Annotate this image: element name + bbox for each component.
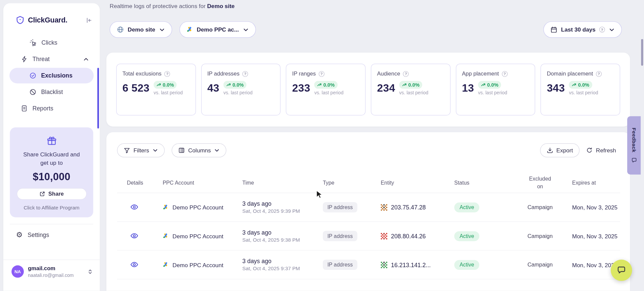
entity-identicon xyxy=(381,233,388,239)
avatar: NA xyxy=(11,265,24,278)
table-row: Demo PPC Account 3 days agoSat, Oct 4, 2… xyxy=(117,251,620,280)
sidebar-item-settings[interactable]: Settings xyxy=(3,227,100,243)
filters-button-label: Filters xyxy=(134,147,149,154)
filters-button[interactable]: Filters xyxy=(117,143,165,157)
stat-caption: vs. last period xyxy=(154,90,183,95)
table-row: 3 days ago xyxy=(117,279,620,291)
excluded-on-value: Campaign xyxy=(528,233,553,239)
trend-up-icon xyxy=(481,83,485,87)
chevron-down-icon xyxy=(243,27,249,33)
table-row: Demo PPC Account 3 days agoSat, Oct 4, 2… xyxy=(117,193,620,222)
stat-card-ip-addresses: IP addresses 43 0.0% vs. last period xyxy=(201,64,281,115)
eye-icon xyxy=(130,232,138,240)
stat-value: 43 xyxy=(207,83,219,93)
promo-amount: $10,000 xyxy=(16,171,88,183)
brand-name: ClickGuard. xyxy=(28,16,67,25)
app-window: ClickGuard. Clicks xyxy=(0,0,644,291)
cursor-click-icon xyxy=(30,39,37,46)
sidebar-item-clicks[interactable]: Clicks xyxy=(3,35,100,51)
columns-button[interactable]: Columns xyxy=(172,143,227,157)
stat-caption: vs. last period xyxy=(224,90,253,95)
status-badge: Active xyxy=(454,260,480,270)
shield-logo-icon xyxy=(16,16,25,25)
help-icon[interactable] xyxy=(502,71,507,77)
google-ads-icon xyxy=(163,262,169,268)
help-icon[interactable] xyxy=(242,71,248,77)
expires-at-value: Mon, Nov 3, 2025 xyxy=(565,204,620,211)
column-header-excluded-on: Excluded on xyxy=(527,176,554,190)
type-badge: IP address xyxy=(323,231,357,241)
stat-value: 6 523 xyxy=(122,83,150,93)
sidebar-item-label: Threat xyxy=(33,56,50,62)
google-ads-icon xyxy=(163,204,169,210)
type-badge: IP address xyxy=(323,259,357,270)
chat-bubble-icon xyxy=(616,265,626,275)
time-relative: 3 days ago xyxy=(242,258,323,265)
sidebar-nav: Clicks Threat Exclu xyxy=(3,35,100,117)
page-scrollbar-thumb[interactable] xyxy=(641,39,643,66)
date-range-selector[interactable]: Last 30 days xyxy=(543,21,622,38)
column-header-ppc-account: PPC Account xyxy=(163,180,242,186)
stat-value: 233 xyxy=(292,83,310,93)
download-icon xyxy=(546,147,553,154)
stat-value: 343 xyxy=(547,83,565,93)
gift-icon xyxy=(46,136,57,146)
column-header-type: Type xyxy=(323,180,381,186)
affiliate-program-link[interactable]: Click to Affiliate Program xyxy=(16,205,88,210)
view-details-button[interactable] xyxy=(130,259,139,269)
help-icon[interactable] xyxy=(403,71,409,77)
sidebar-item-exclusions[interactable]: Exclusions xyxy=(9,68,94,84)
ppc-account-name: Demo PPC Account xyxy=(172,204,223,211)
chevron-down-icon xyxy=(214,147,220,153)
export-button-label: Export xyxy=(556,147,573,154)
funnel-icon xyxy=(123,147,130,154)
trend-up-icon xyxy=(572,83,576,87)
entity-value: 203.75.47.28 xyxy=(391,204,426,211)
sidebar-scrollbar-thumb[interactable] xyxy=(97,68,99,129)
badge-check-icon xyxy=(29,72,37,79)
chat-launcher-button[interactable] xyxy=(611,259,632,281)
external-link-icon xyxy=(39,191,45,197)
trend-value: 0.0% xyxy=(408,82,419,88)
view-details-button[interactable] xyxy=(130,231,139,240)
sidebar-item-threat[interactable]: Threat xyxy=(3,51,100,67)
stat-label: App placement xyxy=(462,71,499,77)
ppc-account-selector[interactable]: Demo PPC ac... xyxy=(180,21,256,38)
trend-value: 0.0% xyxy=(324,82,335,88)
help-icon[interactable] xyxy=(596,71,602,77)
chevron-up-down-icon xyxy=(87,269,93,275)
user-menu[interactable]: NA gmail.com naatali.ro@gmail.com xyxy=(3,259,100,278)
entity-value: 208.80.44.26 xyxy=(391,233,426,239)
help-icon[interactable] xyxy=(599,27,605,33)
export-button[interactable]: Export xyxy=(540,143,580,157)
sidebar-item-label: Clicks xyxy=(42,39,57,46)
sidebar-item-reports[interactable]: Reports xyxy=(3,100,100,117)
settings-label: Settings xyxy=(28,232,49,238)
chevron-up-icon xyxy=(83,56,89,62)
subtitle-text: Realtime logs of protective actions for xyxy=(110,3,206,10)
sidebar-item-blacklist[interactable]: Blacklist xyxy=(3,84,100,100)
feedback-tab[interactable]: Feedback xyxy=(627,116,641,175)
site-selector-label: Demo site xyxy=(128,26,155,33)
stat-value: 13 xyxy=(462,83,474,93)
share-button[interactable]: Share xyxy=(17,188,87,199)
exclusions-log-panel: Filters Columns Export xyxy=(106,132,630,291)
promo-text-line1: Share ClickGuard and xyxy=(16,150,88,159)
entity-value: 16.213.141.2... xyxy=(391,261,431,268)
chevron-down-icon xyxy=(159,27,165,33)
time-relative: 3 days ago xyxy=(242,200,323,207)
gear-icon xyxy=(16,231,23,239)
help-icon[interactable] xyxy=(164,71,170,77)
site-selector[interactable]: Demo site xyxy=(110,21,172,38)
calendar-icon xyxy=(550,26,557,33)
help-icon[interactable] xyxy=(319,71,325,77)
column-header-time: Time xyxy=(242,180,323,186)
view-details-button[interactable] xyxy=(130,202,139,212)
stat-caption: vs. last period xyxy=(314,90,344,95)
refresh-button[interactable]: Refresh xyxy=(586,147,616,154)
sidebar-collapse-button[interactable] xyxy=(85,16,93,25)
trend-badge: 0.0% xyxy=(478,81,501,89)
trend-up-icon xyxy=(156,83,161,87)
trend-value: 0.0% xyxy=(487,82,498,88)
affiliate-promo-card: Share ClickGuard and get up to $10,000 S… xyxy=(10,127,93,217)
